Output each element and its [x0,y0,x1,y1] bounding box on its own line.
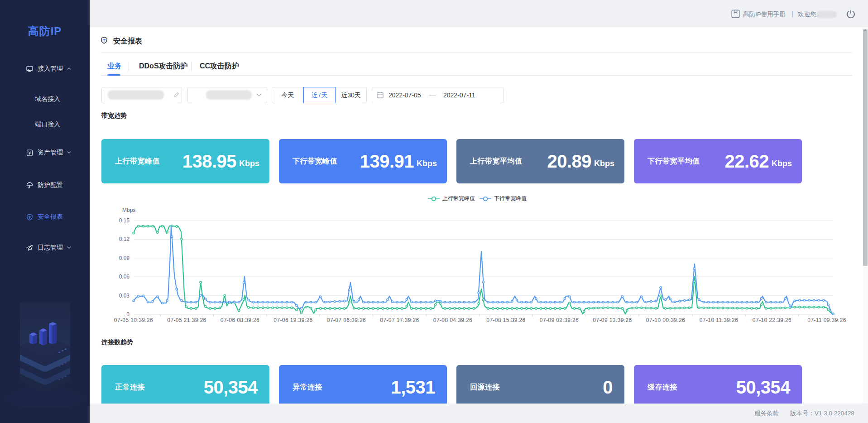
svg-text:07-07 17:39:26: 07-07 17:39:26 [380,317,419,323]
svg-text:0.12: 0.12 [119,236,130,242]
svg-text:07-09 13:39:26: 07-09 13:39:26 [593,317,632,323]
svg-text:07-06 19:39:26: 07-06 19:39:26 [273,317,312,323]
svg-text:07-11 09:39:26: 07-11 09:39:26 [807,317,846,323]
svg-text:07-10 11:39:26: 07-10 11:39:26 [700,317,738,323]
svg-text:Mbps: Mbps [122,207,135,213]
svg-text:0.09: 0.09 [119,255,130,261]
svg-text:07-07 06:39:26: 07-07 06:39:26 [327,317,366,323]
svg-text:07-05 21:39:26: 07-05 21:39:26 [167,317,206,323]
svg-text:07-09 02:39:26: 07-09 02:39:26 [540,317,579,323]
svg-text:07-10 22:39:26: 07-10 22:39:26 [753,317,791,323]
svg-text:0.03: 0.03 [119,293,130,299]
svg-text:07-10 00:39:26: 07-10 00:39:26 [646,317,685,323]
svg-text:0.06: 0.06 [119,274,130,280]
svg-text:07-08 04:39:26: 07-08 04:39:26 [433,317,472,323]
svg-text:07-05 10:39:26: 07-05 10:39:26 [114,317,153,323]
svg-text:07-08 15:39:26: 07-08 15:39:26 [486,317,525,323]
svg-text:0: 0 [126,311,129,317]
svg-text:0.15: 0.15 [119,217,130,224]
svg-text:07-06 08:39:26: 07-06 08:39:26 [221,317,259,323]
